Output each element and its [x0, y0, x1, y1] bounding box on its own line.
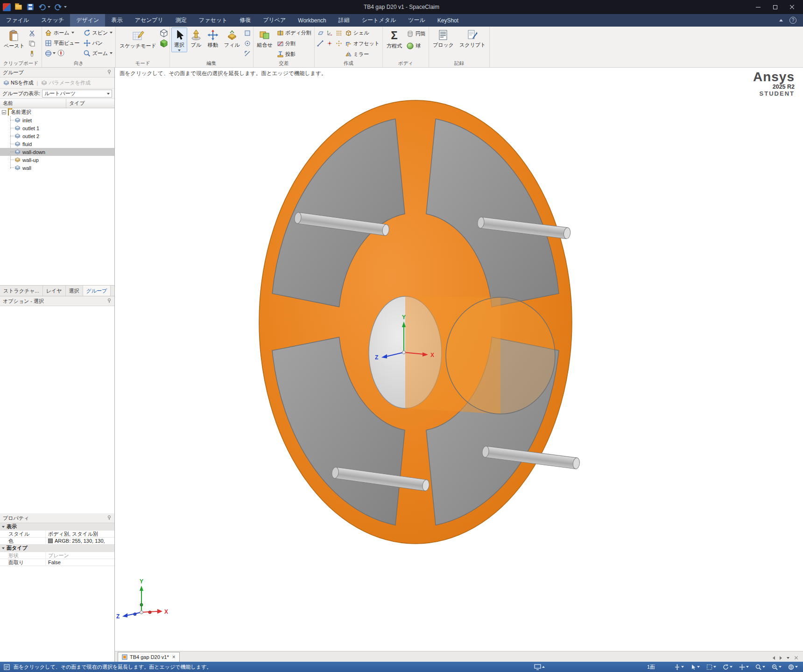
pan-view-button[interactable] [738, 664, 750, 670]
tab-list-icon[interactable] [787, 657, 789, 659]
paste-button[interactable]: ペースト [1, 28, 27, 50]
tab-selection[interactable]: 選択 [66, 286, 83, 296]
split-body-button[interactable]: ボディ分割 [276, 28, 313, 38]
pattern-circular-button[interactable] [335, 39, 343, 48]
tree-row-outlet2[interactable]: outlet 2 [0, 132, 114, 140]
undo-icon[interactable] [38, 3, 46, 11]
tab-measure[interactable]: 測定 [169, 14, 193, 27]
open-file-icon[interactable] [14, 3, 22, 11]
property-row-shape[interactable]: 形状 プレーン [0, 552, 114, 559]
tab-keyshot[interactable]: KeyShot [431, 14, 465, 27]
tab-structure[interactable]: ストラクチャ... [0, 286, 43, 296]
pan-button[interactable]: パン [82, 38, 114, 48]
undo-dropdown-icon[interactable] [48, 6, 50, 8]
edit-extra-3-icon[interactable] [243, 49, 252, 58]
zoom-view-button[interactable] [754, 664, 767, 670]
spin-button[interactable]: スピン [82, 28, 114, 38]
tab-file[interactable]: ファイル [0, 14, 35, 27]
tree-row-wall-up[interactable]: wall-up [0, 156, 114, 164]
column-name[interactable]: 名前 [0, 99, 66, 108]
document-tab[interactable]: TB4 gap D20 v1* × [118, 652, 180, 662]
orient-sphere-button[interactable] [45, 50, 56, 57]
point-button[interactable] [325, 39, 334, 48]
create-parameter-button[interactable]: パラメータを作成 [40, 79, 92, 87]
line-button[interactable] [316, 39, 324, 48]
close-document-icon[interactable]: × [172, 654, 176, 660]
rotate-view-button[interactable] [721, 664, 734, 670]
home-view-button[interactable]: ホーム [43, 28, 81, 38]
minimize-button[interactable] [750, 0, 767, 14]
property-row-color[interactable]: 色 ARGB: 255, 130, 130, [0, 538, 114, 545]
tree-row-inlet[interactable]: inlet [0, 116, 114, 124]
zoom-extents-button[interactable] [770, 664, 783, 670]
box-select-button[interactable] [705, 664, 718, 670]
property-row-chamfer[interactable]: 面取り False [0, 559, 114, 566]
combine-button[interactable]: 組合せ [255, 28, 275, 49]
bore-far-edge[interactable] [446, 297, 555, 414]
property-section-facetype[interactable]: 面タイプ [0, 545, 114, 552]
tab-assembly[interactable]: アセンブリ [128, 14, 169, 27]
tree-row-fluid[interactable]: fluid [0, 140, 114, 148]
tab-layers[interactable]: レイヤ [43, 286, 66, 296]
format-painter-button[interactable] [28, 49, 36, 58]
redo-icon[interactable] [54, 3, 62, 11]
pin-icon[interactable] [107, 515, 112, 521]
model-viewport[interactable]: 面をクリックして、その面まで現在の選択を延長します。面とエッジで機能します。 A… [115, 68, 803, 651]
fit-view-button[interactable] [673, 664, 685, 670]
equation-button[interactable]: Σ 方程式 [384, 28, 404, 50]
model-3d[interactable]: Y X Z Y X Z [115, 68, 803, 651]
tab-detail[interactable]: 詳細 [332, 14, 356, 27]
save-icon[interactable] [26, 3, 34, 11]
tree-row-wall[interactable]: wall [0, 164, 114, 172]
create-ns-button[interactable]: NSを作成 [2, 79, 35, 87]
tab-workbench[interactable]: Workbench [292, 14, 332, 27]
project-button[interactable]: 投影 [276, 49, 313, 59]
close-tab-icon[interactable] [794, 656, 798, 660]
tab-design[interactable]: デザイン [70, 14, 105, 27]
view-options-button[interactable] [787, 664, 799, 670]
corner-triad[interactable]: Y X Z [116, 578, 168, 620]
mirror-button[interactable]: ミラー [344, 49, 381, 59]
plane-button[interactable] [316, 29, 324, 37]
select-mode-button[interactable] [689, 664, 701, 670]
offset-button[interactable]: オフセット [344, 38, 381, 49]
group-display-dropdown[interactable]: ルートパーツ [42, 90, 112, 98]
compass-button[interactable] [57, 49, 64, 57]
property-section-display[interactable]: 表示 [0, 523, 114, 531]
display-options-button[interactable] [533, 664, 546, 670]
tab-sketch[interactable]: スケッチ [35, 14, 70, 27]
select-dropdown-icon[interactable] [178, 49, 181, 51]
spaceclaim-app-icon[interactable] [3, 3, 11, 11]
zoom-button[interactable]: ズーム [82, 48, 114, 58]
maximize-button[interactable] [767, 0, 783, 14]
redo-dropdown-icon[interactable] [64, 6, 67, 8]
tab-groups[interactable]: グループ [83, 286, 111, 296]
scroll-tabs-left-icon[interactable] [773, 656, 775, 660]
pin-icon[interactable] [107, 298, 112, 304]
tree-row-wall-down[interactable]: wall-down [0, 148, 114, 156]
property-row-style[interactable]: スタイル ボディ別, スタイル別 [0, 531, 114, 538]
edit-extra-2-icon[interactable] [243, 39, 252, 48]
select-tool-button[interactable]: 選択 [171, 28, 187, 52]
block-button[interactable]: ブロック [430, 28, 456, 49]
close-button[interactable] [783, 0, 800, 14]
solid-mode-button[interactable] [160, 39, 168, 48]
tab-repair[interactable]: 修復 [233, 14, 257, 27]
cylinder-button[interactable]: 円筒 [405, 28, 427, 39]
fill-tool-button[interactable]: フィル [222, 28, 242, 49]
collapse-icon[interactable] [2, 110, 6, 114]
tree-row-root[interactable]: 名前選択 [0, 108, 114, 116]
tab-display[interactable]: 表示 [105, 14, 128, 27]
shell-button[interactable]: シェル [344, 28, 381, 38]
pin-icon[interactable] [107, 70, 112, 76]
edit-extra-1-icon[interactable] [243, 29, 252, 37]
move-tool-button[interactable]: 移動 [205, 28, 221, 49]
tree-row-outlet1[interactable]: outlet 1 [0, 124, 114, 132]
pull-tool-button[interactable]: プル [188, 28, 204, 49]
collapse-ribbon-icon[interactable] [779, 19, 783, 21]
split-button[interactable]: 分割 [276, 38, 313, 49]
tab-prepare[interactable]: プリペア [257, 14, 292, 27]
script-button[interactable]: スクリプト [457, 28, 488, 49]
cut-button[interactable] [28, 29, 36, 37]
axes-button[interactable] [325, 29, 334, 37]
